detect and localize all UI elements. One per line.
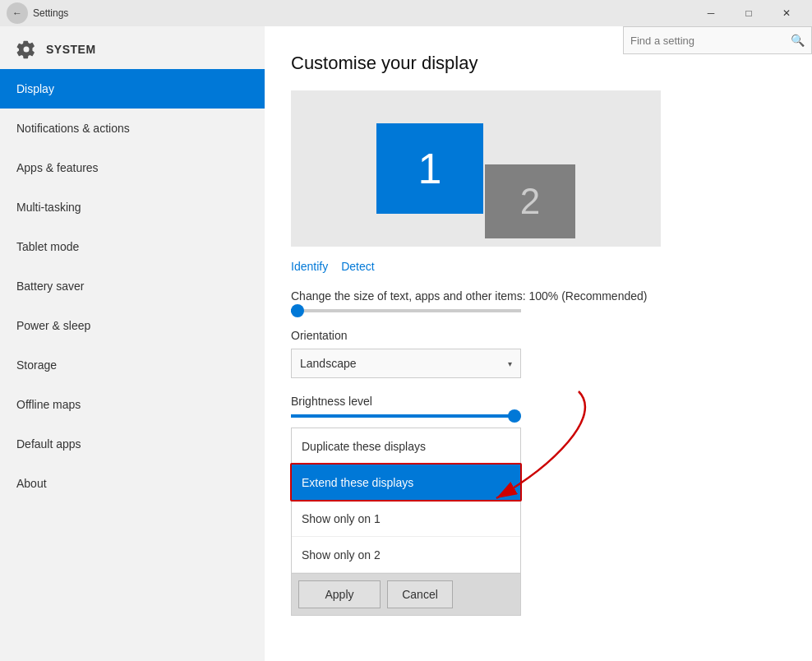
- minimize-icon: ─: [708, 7, 715, 19]
- sidebar: SYSTEM Display Notifications & actions A…: [0, 26, 265, 661]
- dropdown-option-extend[interactable]: Extend these displays: [292, 465, 520, 501]
- sidebar-item-display[interactable]: Display: [0, 69, 265, 109]
- option-label: Show only on 1: [302, 512, 381, 525]
- close-icon: ✕: [782, 7, 791, 19]
- search-icon: 🔍: [791, 34, 805, 47]
- cancel-button[interactable]: Cancel: [387, 580, 453, 608]
- sidebar-item-label: Offline maps: [16, 398, 81, 411]
- sidebar-item-label: About: [16, 477, 47, 490]
- sidebar-item-tablet[interactable]: Tablet mode: [0, 227, 265, 266]
- sidebar-item-notifications[interactable]: Notifications & actions: [0, 109, 265, 148]
- window-title: Settings: [33, 7, 68, 19]
- window-controls: ─ □ ✕: [692, 0, 805, 26]
- maximize-button[interactable]: □: [730, 0, 768, 26]
- orientation-dropdown[interactable]: Landscape ▾: [291, 349, 521, 378]
- orientation-label: Orientation: [291, 329, 786, 342]
- sidebar-item-apps[interactable]: Apps & features: [0, 148, 265, 187]
- scale-section: Change the size of text, apps and other …: [291, 289, 786, 312]
- sidebar-item-label: Power & sleep: [16, 319, 90, 332]
- system-label: SYSTEM: [46, 43, 96, 56]
- sidebar-item-label: Display: [16, 82, 54, 95]
- brightness-section: Brightness level: [291, 395, 786, 418]
- dropdown-option-duplicate[interactable]: Duplicate these displays: [292, 428, 520, 465]
- scale-slider[interactable]: [291, 309, 521, 312]
- detect-button[interactable]: Detect: [341, 260, 374, 273]
- sidebar-item-offline[interactable]: Offline maps: [0, 385, 265, 424]
- sidebar-item-label: Notifications & actions: [16, 122, 130, 135]
- scale-thumb: [291, 304, 304, 317]
- links-row: Identify Detect: [291, 260, 786, 273]
- sidebar-item-default[interactable]: Default apps: [0, 424, 265, 464]
- back-icon: ←: [12, 7, 22, 19]
- back-button[interactable]: ←: [7, 2, 28, 24]
- gear-icon: [16, 39, 36, 59]
- display-mode-dropdown[interactable]: Duplicate these displays Extend these di…: [291, 428, 521, 616]
- main-layout: SYSTEM Display Notifications & actions A…: [0, 26, 812, 661]
- sidebar-item-label: Default apps: [16, 437, 81, 451]
- monitor-1[interactable]: 1: [376, 123, 483, 214]
- brightness-thumb: [508, 409, 521, 423]
- sidebar-item-label: Storage: [16, 358, 57, 372]
- brightness-fill: [291, 414, 513, 418]
- sidebar-item-label: Apps & features: [16, 161, 99, 174]
- sidebar-item-storage[interactable]: Storage: [0, 345, 265, 385]
- sidebar-nav: Display Notifications & actions Apps & f…: [0, 69, 265, 661]
- dropdown-option-show2[interactable]: Show only on 2: [292, 537, 520, 573]
- content-wrapper: Customise your display 1 2 Identify Dete…: [291, 46, 786, 616]
- monitor-2[interactable]: 2: [485, 164, 575, 238]
- display-preview: 1 2: [291, 90, 661, 247]
- dropdown-option-show1[interactable]: Show only on 1: [292, 501, 520, 537]
- sidebar-item-multitasking[interactable]: Multi-tasking: [0, 187, 265, 227]
- maximize-icon: □: [745, 7, 751, 19]
- sidebar-header: SYSTEM: [0, 26, 265, 69]
- orientation-value: Landscape: [300, 357, 357, 370]
- sidebar-item-label: Tablet mode: [16, 240, 79, 253]
- sidebar-item-label: Battery saver: [16, 280, 84, 293]
- sidebar-item-label: Multi-tasking: [16, 201, 81, 214]
- sidebar-item-power[interactable]: Power & sleep: [0, 306, 265, 345]
- scale-label: Change the size of text, apps and other …: [291, 289, 786, 303]
- sidebar-item-about[interactable]: About: [0, 464, 265, 503]
- orientation-section: Orientation Landscape ▾: [291, 329, 786, 378]
- apply-button[interactable]: Apply: [298, 580, 381, 608]
- monitor-1-label: 1: [418, 144, 442, 193]
- option-label: Extend these displays: [302, 476, 413, 489]
- chevron-down-icon: ▾: [508, 359, 512, 368]
- search-input[interactable]: [630, 35, 791, 47]
- identify-button[interactable]: Identify: [291, 260, 328, 273]
- content-area: 🔍 Customise your display 1 2 Identify De…: [265, 26, 812, 661]
- close-button[interactable]: ✕: [768, 0, 805, 26]
- brightness-slider[interactable]: [291, 414, 521, 418]
- option-label: Duplicate these displays: [302, 440, 426, 453]
- minimize-button[interactable]: ─: [692, 0, 730, 26]
- sidebar-item-battery[interactable]: Battery saver: [0, 266, 265, 306]
- page-title: Customise your display: [291, 53, 786, 74]
- monitor-2-label: 2: [520, 181, 540, 222]
- brightness-label: Brightness level: [291, 395, 786, 408]
- action-buttons-row: Apply Cancel: [292, 573, 520, 615]
- option-label: Show only on 2: [302, 548, 381, 562]
- titlebar: ← Settings ─ □ ✕: [0, 0, 812, 26]
